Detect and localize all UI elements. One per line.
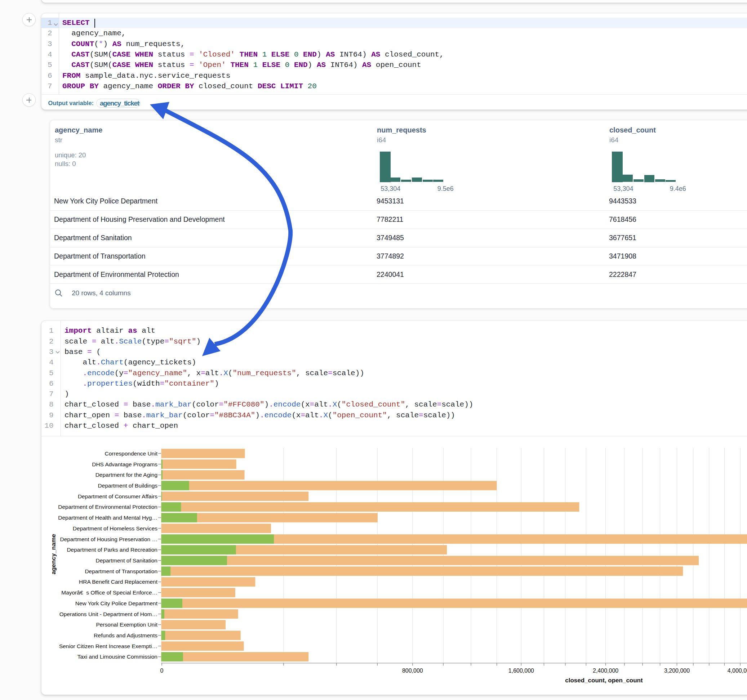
svg-text:3,200,000: 3,200,000 xyxy=(664,668,690,674)
svg-text:Mayorâ€ s Office of Special E: Mayorâ€ s Office of Special Enforce… xyxy=(61,590,157,596)
svg-text:Correspondence Unit: Correspondence Unit xyxy=(105,451,158,457)
svg-text:Senior Citizen Rent Increase E: Senior Citizen Rent Increase Exempti… xyxy=(59,643,157,649)
svg-text:Department of Transportation: Department of Transportation xyxy=(85,568,157,574)
svg-text:Department of Parks and Recrea: Department of Parks and Recreation xyxy=(67,547,157,553)
svg-text:Operations Unit - Department o: Operations Unit - Department of Hom… xyxy=(59,611,157,617)
svg-text:4,000,000: 4,000,000 xyxy=(727,668,747,674)
svg-text:Department of Sanitation: Department of Sanitation xyxy=(96,557,157,564)
svg-text:Refunds and Adjustments: Refunds and Adjustments xyxy=(94,632,157,638)
svg-text:Personal Exemption Unit: Personal Exemption Unit xyxy=(96,622,157,628)
svg-text:HRA Benefit Card Replacement: HRA Benefit Card Replacement xyxy=(79,579,158,585)
svg-text:Department of Consumer Affairs: Department of Consumer Affairs xyxy=(78,493,157,499)
svg-text:Department of Homeless Service: Department of Homeless Services xyxy=(73,525,157,531)
svg-text:1,600,000: 1,600,000 xyxy=(508,668,534,674)
svg-text:DHS Advantage Programs: DHS Advantage Programs xyxy=(92,461,157,468)
svg-text:New York City Police Departmen: New York City Police Department xyxy=(75,600,158,606)
svg-text:Department of Environmental Pr: Department of Environmental Protection xyxy=(58,504,157,510)
svg-text:2,400,000: 2,400,000 xyxy=(593,668,618,674)
svg-text:agency_name: agency_name xyxy=(50,534,57,574)
svg-text:0: 0 xyxy=(160,668,163,674)
svg-text:Department of Housing Preserva: Department of Housing Preservation … xyxy=(60,536,157,542)
svg-text:Department of Health and Menta: Department of Health and Mental Hyg… xyxy=(58,514,157,520)
svg-text:Taxi and Limousine Commission: Taxi and Limousine Commission xyxy=(77,653,157,660)
svg-text:closed_count, open_count: closed_count, open_count xyxy=(565,677,643,684)
svg-text:800,000: 800,000 xyxy=(402,668,423,674)
svg-text:Department for the Aging: Department for the Aging xyxy=(95,472,157,478)
svg-text:Department of Buildings: Department of Buildings xyxy=(98,483,158,489)
